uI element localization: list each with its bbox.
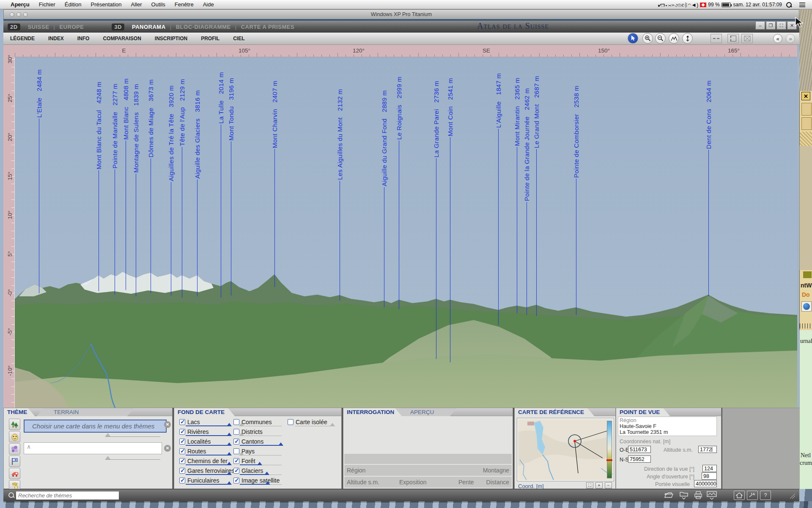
flora-icon[interactable] [9, 443, 20, 455]
menu-fenêtre[interactable]: Fenêtre [170, 1, 198, 8]
layout-split-icon[interactable] [727, 34, 739, 43]
menu2-info[interactable]: INFO [71, 36, 96, 41]
slider-handle[interactable] [265, 481, 270, 485]
export-image-icon[interactable] [707, 491, 717, 501]
layer-slider[interactable] [240, 426, 282, 426]
tab-apercu[interactable]: APERÇU [393, 408, 457, 416]
menu-outils[interactable]: Outils [147, 1, 170, 8]
battery-icon[interactable] [721, 3, 731, 7]
menu2-inscription[interactable]: INSCRIPTION [148, 36, 194, 41]
folder-export-icon[interactable] [679, 491, 689, 501]
oe-input[interactable]: 511673 [628, 446, 651, 453]
sync-check-icon[interactable]: ✔ [658, 2, 661, 8]
map-zoom-in-button[interactable]: + [595, 482, 603, 489]
wifi-icon[interactable]: ◠ [688, 2, 691, 8]
checkbox-carte-isolée[interactable] [288, 419, 294, 425]
map-zoom-out-button[interactable]: − [605, 482, 612, 489]
theme-map-dropdown[interactable]: Choisir une carte dans le menu des thème… [24, 420, 167, 433]
flag-icon[interactable] [9, 456, 20, 467]
slider-handle[interactable] [239, 452, 244, 456]
back-icon[interactable]: « [773, 34, 782, 43]
zoom-out-icon[interactable] [655, 33, 666, 44]
checkbox-funiculaires[interactable] [179, 478, 185, 483]
volume-icon[interactable]: ◄) [691, 2, 698, 8]
checkbox-image-satellite[interactable] [233, 478, 239, 483]
theme-search-input[interactable] [16, 491, 119, 500]
slider-handle[interactable] [330, 423, 335, 426]
tab-carte-a-prismes[interactable]: CARTE A PRISMES [237, 24, 299, 30]
checkbox-chemins-de-fer[interactable] [179, 458, 185, 464]
menu-édition[interactable]: Édition [60, 1, 86, 8]
viewpoint-icon[interactable] [682, 33, 693, 44]
spotlight-icon[interactable] [786, 2, 792, 8]
window-title-bar[interactable]: Windows XP Pro Titanium [3, 9, 799, 19]
menu2-index[interactable]: INDEX [41, 36, 71, 41]
checkbox-communes[interactable] [233, 419, 239, 425]
layout-dashed-icon[interactable] [710, 34, 722, 43]
window-maximize-button[interactable]: ⛶ [776, 21, 786, 30]
checkbox-pays[interactable] [233, 448, 239, 454]
tab-terrain[interactable]: TERRAIN [37, 408, 134, 416]
fragment-close-icon[interactable]: ✕ [801, 92, 810, 100]
forward-icon[interactable]: » [786, 34, 795, 43]
slider-handle[interactable] [257, 462, 262, 465]
menu2-profil[interactable]: PROFIL [194, 36, 226, 41]
tools-button[interactable] [747, 491, 758, 500]
print-icon[interactable] [694, 491, 702, 501]
checkbox-forêt[interactable] [233, 458, 239, 464]
panorama-profile-icon[interactable] [669, 33, 679, 44]
layer-slider[interactable] [240, 455, 282, 456]
angle-input[interactable]: 98 [702, 472, 717, 480]
altitude-input[interactable]: 1772 [698, 446, 717, 453]
clear-filter-icon[interactable]: ✕ [164, 445, 171, 452]
slider-handle[interactable] [227, 423, 232, 426]
slider-handle[interactable] [227, 442, 232, 446]
minimize-traffic-light[interactable] [16, 12, 21, 17]
checkbox-localités[interactable] [179, 439, 185, 444]
fit-map-button[interactable]: ⛶ [586, 482, 593, 489]
tab-suisse[interactable]: SUISSE [24, 24, 54, 30]
tab-europe[interactable]: EUROPE [55, 24, 88, 30]
menu2-légende[interactable]: LÉGENDE [3, 36, 41, 41]
menu-aller[interactable]: Aller [126, 1, 147, 8]
pointer-tool-icon[interactable] [628, 33, 638, 44]
checkbox-lacs[interactable] [179, 419, 185, 425]
accessibility-icon[interactable]: ⊙ [678, 2, 681, 8]
menu-présentation[interactable]: Présentation [86, 1, 126, 8]
checkbox-districts[interactable] [233, 429, 239, 435]
displays-icon[interactable]: ❒ [661, 2, 665, 8]
window-restore-button[interactable]: ❐ [766, 21, 776, 30]
layer-slider[interactable] [295, 426, 335, 426]
portee-input[interactable]: 4000000 [694, 480, 717, 487]
slider-handle[interactable] [264, 472, 269, 475]
menu-aperçu[interactable]: Aperçu [6, 1, 34, 8]
trees-icon[interactable] [9, 419, 20, 430]
checkbox-gares-ferroviaires[interactable] [179, 468, 185, 474]
slider-handle[interactable] [278, 442, 283, 446]
zoom-traffic-light[interactable] [23, 12, 28, 17]
tab-bloc-diagramme[interactable]: BLOC-DIAGRAMME [172, 24, 235, 30]
slider-handle[interactable] [227, 481, 232, 485]
keyboard-flag-icon[interactable] [700, 3, 706, 7]
menu-fichier[interactable]: Fichier [34, 1, 60, 8]
open-folder-icon[interactable] [664, 491, 673, 500]
fastuser-icon[interactable]: ≫ [671, 2, 675, 8]
checkbox-rivières[interactable] [179, 429, 185, 435]
menu-aide[interactable]: Aide [198, 1, 219, 8]
resize-grip-icon[interactable] [789, 493, 796, 501]
menu-clock[interactable]: sam. 12 avr. 01:57:09 [733, 2, 782, 8]
layout-cross-icon[interactable] [741, 34, 753, 43]
tab-interrogation[interactable]: INTERROGATION [343, 408, 402, 416]
checkbox-cantons[interactable] [233, 439, 239, 444]
help-button[interactable]: ? [760, 491, 771, 500]
slider-handle[interactable] [239, 423, 244, 426]
slider-handle[interactable] [227, 452, 232, 456]
mask-icon[interactable] [9, 431, 20, 442]
slider-handle[interactable] [239, 433, 244, 436]
notification-center-icon[interactable] [799, 3, 805, 7]
close-traffic-light[interactable] [10, 12, 14, 17]
clear-theme-icon[interactable]: ✕ [164, 421, 171, 428]
slider-handle[interactable] [227, 433, 232, 436]
divider-handle[interactable] [105, 456, 110, 459]
ns-input[interactable]: 75952 [628, 456, 651, 463]
